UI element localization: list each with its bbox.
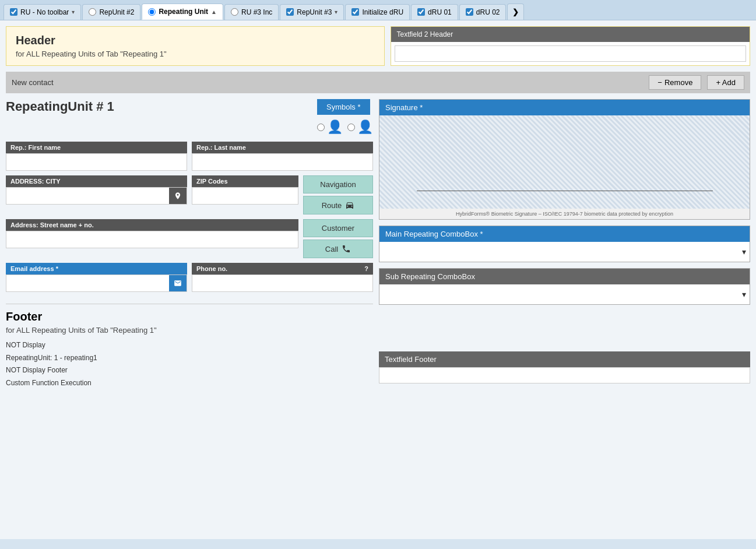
address-city-input-wrap [6, 187, 187, 205]
new-contact-label: New contact [12, 78, 643, 87]
tab6-checkbox[interactable] [351, 8, 359, 16]
tab-repunit2[interactable]: RepUnit #2 [82, 4, 140, 20]
zip-input[interactable] [192, 188, 298, 204]
main-combobox-input[interactable] [383, 244, 742, 259]
envelope-icon [174, 279, 182, 287]
tab3-chevron: ▲ [211, 9, 217, 15]
first-name-input-wrap [6, 153, 187, 171]
textfield2-header-label: Textfield 2 Header [391, 27, 750, 42]
phone-input[interactable] [192, 275, 372, 291]
textfield2-header-block: Textfield 2 Header [391, 26, 751, 66]
zip-label: ZIP Codes [192, 175, 298, 187]
header-subtitle: for ALL Repeating Units of Tab "Repeatin… [16, 50, 375, 58]
phone-block: Phone no. ? [192, 263, 373, 292]
signature-canvas[interactable] [379, 115, 750, 209]
right-panel: Signature * HybridForms® Biometric Signa… [379, 99, 750, 389]
zip-input-wrap [192, 187, 298, 205]
phone-label-bar: Phone no. ? [192, 263, 373, 274]
route-label: Route [322, 201, 342, 210]
street-label: Address: Street name + no. [6, 219, 298, 231]
last-name-input-wrap [192, 153, 373, 171]
first-name-label: Rep.: First name [6, 142, 187, 153]
address-city-row: ADDRESS: CITY ZIP Codes [6, 175, 373, 214]
textfield-footer-block: Textfield Footer [379, 351, 750, 383]
symbol-radio-1[interactable] [317, 124, 325, 131]
email-input-wrap [6, 274, 187, 292]
sub-combobox-arrow[interactable]: ▾ [742, 290, 746, 299]
tab-dru02[interactable]: dRU 02 [459, 4, 507, 20]
location-pin-icon [174, 192, 182, 200]
tab4-radio[interactable] [231, 8, 238, 16]
location-icon-btn[interactable] [169, 188, 187, 204]
first-name-input[interactable] [6, 154, 187, 170]
remove-button[interactable]: − Remove [649, 75, 701, 90]
email-icon-btn[interactable] [169, 275, 187, 291]
tab3-radio[interactable] [148, 8, 156, 16]
tab1-label: RU - No toolbar [20, 8, 69, 16]
textfield2-header-input[interactable] [395, 45, 747, 62]
address-city-block: ADDRESS: CITY [6, 175, 187, 205]
tab-dru01[interactable]: dRU 01 [411, 4, 458, 20]
tab-ru-no-toolbar[interactable]: RU - No toolbar ▾ [3, 4, 81, 20]
street-col: Address: Street name + no. [6, 219, 298, 258]
main-combobox-block: Main Repeating ComboBox * ▾ [379, 226, 750, 262]
tab2-radio[interactable] [89, 8, 96, 16]
symbols-section: Symbols * 👤 👤 [317, 99, 373, 135]
signature-label: Signature * [379, 100, 750, 115]
remove-icon: − [657, 78, 662, 87]
customer-label: Customer [322, 224, 354, 233]
symbols-label: Symbols * [326, 103, 361, 111]
sub-combobox-label: Sub Repeating ComboBox [379, 269, 750, 284]
tab-bar: RU - No toolbar ▾ RepUnit #2 Repeating U… [0, 0, 756, 20]
navigation-label: Navigation [320, 180, 356, 189]
call-label: Call [325, 245, 338, 254]
address-city-label: ADDRESS: CITY [6, 175, 187, 187]
last-name-block: Rep.: Last name [192, 142, 373, 171]
customer-call-col: Customer Call [303, 219, 373, 258]
tab-initialize-dru[interactable]: Initialize dRU [345, 4, 410, 20]
tab7-checkbox[interactable] [417, 8, 425, 16]
street-row: Address: Street name + no. Customer Call [6, 219, 373, 258]
signature-line [417, 191, 713, 191]
header-yellow-block: Header for ALL Repeating Units of Tab "R… [6, 26, 385, 66]
email-label: Email address * [6, 263, 187, 274]
nav-col: Navigation Route [303, 175, 373, 214]
phone-help-icon[interactable]: ? [364, 265, 368, 272]
tab-repeating-unit[interactable]: Repeating Unit ▲ [142, 3, 223, 20]
email-input[interactable] [6, 275, 169, 291]
phone-label: Phone no. [196, 265, 227, 272]
header-row: Header for ALL Repeating Units of Tab "R… [6, 26, 750, 66]
tab8-checkbox[interactable] [466, 8, 473, 16]
tab5-chevron: ▾ [335, 9, 337, 15]
route-button[interactable]: Route [303, 196, 373, 214]
navigation-button[interactable]: Navigation [303, 175, 373, 193]
name-fields-grid: Rep.: First name Rep.: Last name [6, 142, 373, 171]
main-combobox-arrow[interactable]: ▾ [742, 247, 746, 256]
phone-icon [342, 244, 351, 254]
call-button[interactable]: Call [303, 240, 373, 258]
email-block: Email address * [6, 263, 187, 292]
symbols-options: 👤 👤 [317, 119, 373, 135]
symbols-button[interactable]: Symbols * [317, 99, 370, 115]
nav-block: Navigation Route [303, 175, 373, 214]
customer-button[interactable]: Customer [303, 219, 373, 237]
add-button[interactable]: + Add [707, 75, 744, 90]
last-name-input[interactable] [192, 154, 372, 170]
tab-more-button[interactable]: ❯ [507, 3, 524, 20]
tab-ru3-inc[interactable]: RU #3 Inc [224, 4, 279, 20]
street-input[interactable] [6, 231, 298, 248]
tab1-checkbox[interactable] [10, 8, 17, 16]
main-combobox-input-wrap: ▾ [379, 242, 750, 262]
main-content: Header for ALL Repeating Units of Tab "R… [0, 20, 756, 539]
tab5-checkbox[interactable] [286, 8, 294, 16]
textfield-footer-input[interactable] [379, 367, 750, 383]
address-city-input[interactable] [6, 188, 169, 204]
sub-combobox-input[interactable] [383, 287, 742, 302]
symbol-radio-2[interactable] [347, 124, 355, 131]
textfield-footer-label: Textfield Footer [379, 351, 750, 367]
person-icon-1: 👤 [327, 119, 343, 135]
street-input-wrap [6, 231, 298, 248]
zip-col: ZIP Codes [192, 175, 298, 205]
tab-repunit3[interactable]: RepUnit #3 ▾ [280, 4, 344, 20]
sub-combobox-block: Sub Repeating ComboBox ▾ [379, 268, 750, 305]
